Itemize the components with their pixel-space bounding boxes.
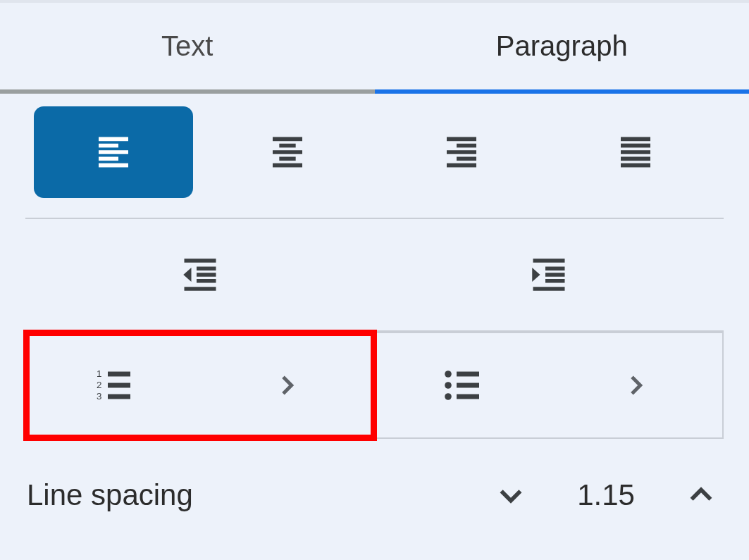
increase-indent-icon	[528, 254, 570, 296]
numbered-list-icon: 1 2 3	[91, 363, 136, 408]
align-justify-button[interactable]	[556, 106, 715, 198]
bulleted-list-button[interactable]	[375, 332, 724, 439]
line-spacing-increase-button[interactable]	[680, 474, 722, 516]
align-right-icon	[442, 132, 481, 172]
line-spacing-row: Line spacing 1.15	[25, 439, 724, 552]
decrease-indent-button[interactable]	[31, 225, 369, 324]
tab-text[interactable]: Text	[0, 3, 375, 94]
svg-text:1: 1	[97, 368, 101, 379]
line-spacing-decrease-button[interactable]	[490, 474, 532, 516]
alignment-row	[25, 106, 724, 219]
numbered-list-button[interactable]: 1 2 3	[25, 332, 375, 439]
line-spacing-value: 1.15	[574, 478, 638, 512]
svg-point-41	[445, 371, 452, 378]
tab-paragraph[interactable]: Paragraph	[375, 3, 750, 94]
bulleted-list-icon	[440, 363, 485, 408]
increase-indent-button[interactable]	[380, 225, 718, 324]
align-left-icon	[94, 132, 133, 172]
align-left-button[interactable]	[34, 106, 193, 198]
align-center-icon	[268, 132, 307, 172]
align-center-button[interactable]	[208, 106, 367, 198]
line-spacing-label: Line spacing	[27, 478, 490, 512]
svg-point-42	[445, 382, 452, 389]
svg-marker-31	[533, 268, 540, 282]
list-row: 1 2 3	[25, 332, 724, 439]
svg-marker-25	[183, 268, 191, 282]
format-tabs: Text Paragraph	[0, 0, 749, 94]
svg-point-43	[445, 393, 452, 400]
svg-text:2: 2	[97, 380, 101, 390]
chevron-right-icon	[273, 371, 301, 399]
decrease-indent-icon	[179, 254, 221, 296]
line-spacing-stepper: 1.15	[490, 474, 722, 516]
chevron-down-icon	[495, 479, 527, 511]
chevron-right-icon	[621, 371, 650, 399]
chevron-up-icon	[685, 479, 717, 511]
indent-row	[25, 219, 724, 332]
align-right-button[interactable]	[382, 106, 541, 198]
align-justify-icon	[616, 132, 655, 172]
svg-text:3: 3	[97, 391, 101, 402]
